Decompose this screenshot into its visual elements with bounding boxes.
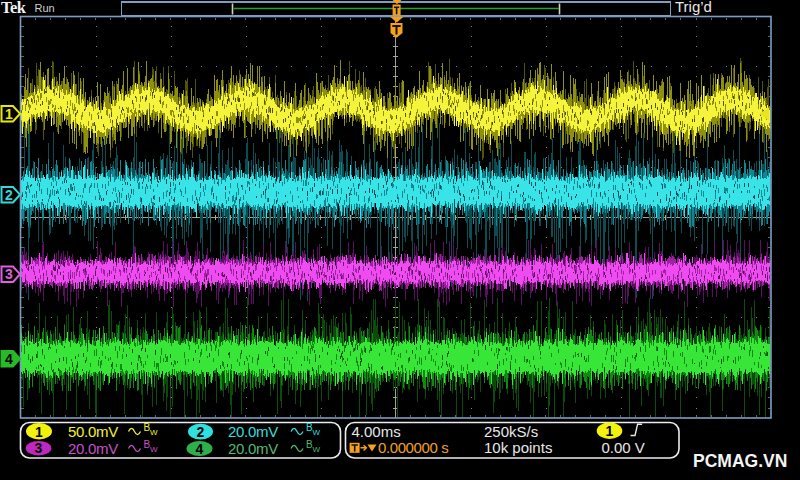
- svg-text:1: 1: [35, 424, 43, 440]
- svg-text:PCMAG.VN: PCMAG.VN: [693, 451, 787, 471]
- svg-text:3: 3: [35, 440, 43, 456]
- svg-text:0.000000 s: 0.000000 s: [378, 439, 448, 456]
- svg-text:Run: Run: [35, 2, 55, 14]
- svg-text:4: 4: [5, 351, 13, 367]
- svg-text:20.0mV: 20.0mV: [68, 440, 118, 457]
- svg-text:10k points: 10k points: [484, 439, 552, 456]
- svg-text:1: 1: [606, 423, 614, 439]
- svg-text:2: 2: [197, 424, 205, 440]
- svg-text:0.00 V: 0.00 V: [602, 439, 645, 456]
- svg-text:250kS/s: 250kS/s: [484, 423, 538, 440]
- svg-text:4.00ms: 4.00ms: [352, 423, 401, 440]
- svg-text:W: W: [150, 428, 158, 437]
- svg-text:20.0mV: 20.0mV: [228, 440, 278, 457]
- svg-text:W: W: [150, 445, 158, 454]
- svg-text:3: 3: [5, 266, 13, 282]
- svg-text:W: W: [313, 445, 321, 454]
- svg-text:20.0mV: 20.0mV: [228, 423, 278, 440]
- svg-text:4: 4: [196, 441, 204, 457]
- svg-text:W: W: [313, 428, 321, 437]
- svg-text:Trig’d: Trig’d: [675, 0, 712, 15]
- svg-text:2: 2: [5, 187, 13, 203]
- svg-text:1: 1: [5, 106, 13, 122]
- svg-text:50.0mV: 50.0mV: [68, 423, 118, 440]
- svg-text:Tek: Tek: [1, 0, 27, 17]
